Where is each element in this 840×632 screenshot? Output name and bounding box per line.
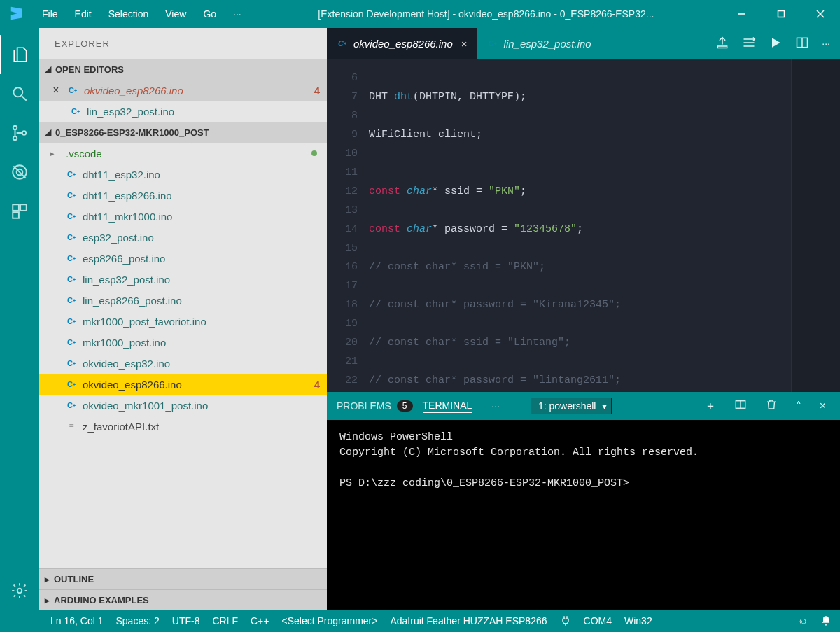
kill-terminal-icon[interactable] <box>761 398 782 414</box>
close-panel-icon[interactable]: × <box>816 400 830 412</box>
menu-edit[interactable]: Edit <box>66 8 100 20</box>
terminal-output[interactable]: Windows PowerShell Copyright (C) Microso… <box>327 420 840 610</box>
svg-rect-12 <box>13 204 19 211</box>
minimap[interactable] <box>791 59 840 392</box>
chevron-down-icon: ◢ <box>45 127 51 137</box>
search-icon[interactable] <box>0 74 39 113</box>
file-name: dht11_mkr1000.ino <box>83 211 172 223</box>
cpp-file-icon: C+ <box>66 316 77 327</box>
maximize-panel-icon[interactable]: ˄ <box>792 400 806 413</box>
code-editor[interactable]: 6789101112131415161718192021222324 DHT d… <box>327 59 840 392</box>
open-editor-item[interactable]: × C+ okvideo_esp8266.ino 4 <box>39 80 327 101</box>
app-logo <box>0 6 34 23</box>
menu-go[interactable]: Go <box>195 8 225 20</box>
file-name: dht11_esp8266.ino <box>83 190 172 202</box>
debug-icon[interactable] <box>0 153 39 192</box>
settings-gear-icon[interactable] <box>0 571 39 610</box>
status-board[interactable]: Adafruit Feather HUZZAH ESP8266 <box>390 615 547 626</box>
svg-rect-1 <box>778 11 785 17</box>
status-port[interactable]: COM4 <box>584 615 612 626</box>
extensions-icon[interactable] <box>0 192 39 231</box>
tab-bar: C+ okvideo_esp8266.ino × C+ lin_esp32_po… <box>327 28 840 59</box>
text-file-icon: ≡ <box>66 421 77 432</box>
menu-selection[interactable]: Selection <box>100 8 158 20</box>
split-editor-icon[interactable] <box>795 36 809 52</box>
minimize-button[interactable] <box>722 0 762 28</box>
outline-header[interactable]: ▸ OUTLINE <box>39 568 327 589</box>
file-item[interactable]: C+lin_esp8266_post.ino <box>39 290 327 311</box>
svg-point-7 <box>13 136 17 140</box>
cpp-file-icon: C+ <box>66 253 77 264</box>
problems-tab[interactable]: PROBLEMS 5 <box>337 400 413 412</box>
status-language[interactable]: C++ <box>251 615 269 626</box>
file-item[interactable]: C+mkr1000_post_favoriot.ino <box>39 311 327 332</box>
cpp-file-icon: C+ <box>66 169 77 180</box>
file-item[interactable]: C+okvideo_esp8266.ino4 <box>39 374 327 395</box>
status-os[interactable]: Win32 <box>624 615 652 626</box>
status-eol[interactable]: CRLF <box>212 615 238 626</box>
file-item[interactable]: C+dht11_esp32.ino <box>39 164 327 185</box>
problems-count-badge: 5 <box>397 400 413 412</box>
close-button[interactable] <box>801 0 840 28</box>
workspace-header[interactable]: ◢ 0_ESP8266-ESP32-MKR1000_POST <box>39 122 327 143</box>
file-name: okvideo_mkr1001_post.ino <box>83 400 208 412</box>
cpp-file-icon: C+ <box>66 337 77 348</box>
file-item[interactable]: C+mkr1000_post.ino <box>39 332 327 353</box>
cpp-file-icon: C+ <box>66 274 77 285</box>
close-icon[interactable]: × <box>50 84 62 97</box>
cpp-file-icon: C+ <box>66 211 77 222</box>
terminal-tab[interactable]: TERMINAL <box>423 400 472 413</box>
plug-icon[interactable] <box>560 615 571 626</box>
file-item[interactable]: C+dht11_mkr1000.ino <box>39 206 327 227</box>
bottom-panel: PROBLEMS 5 TERMINAL ··· 1: powershell ＋ … <box>327 392 840 610</box>
cpp-file-icon: C+ <box>66 295 77 306</box>
status-programmer[interactable]: <Select Programmer> <box>281 615 377 626</box>
source-control-icon[interactable] <box>0 113 39 153</box>
editor-tab[interactable]: C+ okvideo_esp8266.ino × <box>327 28 477 59</box>
status-encoding[interactable]: UTF-8 <box>172 615 200 626</box>
file-item[interactable]: C+okvideo_esp32.ino <box>39 353 327 374</box>
run-icon[interactable] <box>769 36 783 52</box>
file-item[interactable]: C+esp8266_post.ino <box>39 248 327 269</box>
folder-item[interactable]: ▸ .vscode <box>39 143 327 164</box>
status-lncol[interactable]: Ln 16, Col 1 <box>50 615 104 626</box>
file-item[interactable]: C+esp32_post.ino <box>39 227 327 248</box>
close-icon[interactable]: × <box>461 38 468 50</box>
file-item[interactable]: C+okvideo_mkr1001_post.ino <box>39 395 327 416</box>
editor-area: C+ okvideo_esp8266.ino × C+ lin_esp32_po… <box>327 28 840 610</box>
svg-line-11 <box>13 166 25 178</box>
cpp-file-icon: C+ <box>67 85 78 96</box>
feedback-smile-icon[interactable]: ☺ <box>798 615 808 626</box>
file-item[interactable]: C+dht11_esp8266.ino <box>39 185 327 206</box>
more-actions-icon[interactable]: ··· <box>822 38 830 49</box>
terminal-shell-selector[interactable]: 1: powershell <box>531 398 612 414</box>
open-editors-header[interactable]: ◢ OPEN EDITORS <box>39 59 327 80</box>
code-content[interactable]: DHT dht(DHTPIN, DHTTYPE); WiFiClient cli… <box>369 59 791 392</box>
arduino-examples-header[interactable]: ▸ ARDUINO EXAMPLES <box>39 589 327 610</box>
sidebar-header: EXPLORER <box>39 28 327 59</box>
title-bar: File Edit Selection View Go ··· [Extensi… <box>0 0 840 28</box>
status-spaces[interactable]: Spaces: 2 <box>116 615 160 626</box>
maximize-button[interactable] <box>762 0 801 28</box>
menu-more-icon[interactable]: ··· <box>225 8 250 20</box>
file-item[interactable]: ≡z_favoriotAPI.txt <box>39 416 327 437</box>
cpp-file-icon: C+ <box>337 38 348 49</box>
error-count: 4 <box>314 379 320 391</box>
verify-icon[interactable] <box>742 36 756 52</box>
svg-rect-14 <box>13 212 19 218</box>
new-terminal-icon[interactable]: ＋ <box>701 399 720 414</box>
chevron-right-icon: ▸ <box>45 595 50 605</box>
split-terminal-icon[interactable] <box>730 398 751 414</box>
more-panels-icon[interactable]: ··· <box>491 400 500 412</box>
explorer-icon[interactable] <box>0 35 39 74</box>
editor-tab[interactable]: C+ lin_esp32_post.ino <box>477 28 601 59</box>
file-name: okvideo_esp8266.ino <box>83 379 182 391</box>
panel-tab-bar: PROBLEMS 5 TERMINAL ··· 1: powershell ＋ … <box>327 392 840 420</box>
file-item[interactable]: C+lin_esp32_post.ino <box>39 269 327 290</box>
chevron-right-icon: ▸ <box>50 149 60 158</box>
menu-view[interactable]: View <box>157 8 195 20</box>
open-editor-item[interactable]: C+ lin_esp32_post.ino <box>39 101 327 122</box>
menu-file[interactable]: File <box>34 8 66 20</box>
notifications-bell-icon[interactable] <box>820 615 832 626</box>
upload-icon[interactable] <box>715 36 729 52</box>
